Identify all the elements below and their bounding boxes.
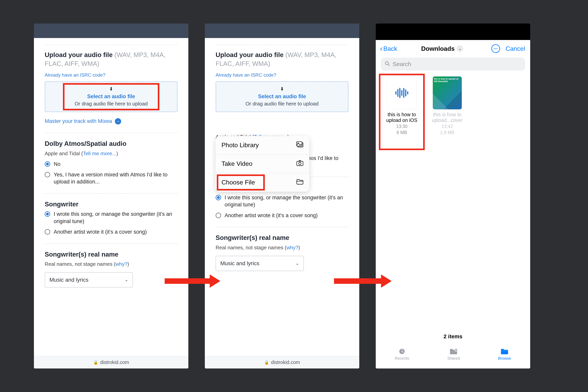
app-header [205, 24, 359, 38]
realname-caption: Real names, not stage names (why?) [45, 261, 178, 268]
browser-footer: 🔒 distrokid.com [205, 356, 359, 368]
credit-type-value: Music and lyrics [50, 276, 88, 284]
chevron-down-icon: ⌄ [456, 45, 463, 52]
realname-heading: Songwriter(s) real name [45, 250, 178, 259]
chevron-down-icon: ⌄ [296, 260, 299, 266]
tell-me-more-link[interactable]: Tell me more... [83, 150, 116, 156]
photo-library-icon [296, 141, 304, 150]
folder-icon [296, 178, 304, 187]
realname-heading: Songwriter(s) real name [216, 234, 348, 242]
domain-label: distrokid.com [100, 360, 129, 365]
songwriter-cover-label: Another artist wrote it (it's a cover so… [224, 212, 318, 219]
svg-point-10 [456, 349, 456, 350]
audio-dropzone[interactable]: ⬇ Select an audio file Or drag audio fil… [216, 81, 348, 112]
choose-file-option[interactable]: Choose File [216, 173, 309, 192]
dolby-caption: Apple and Tidal (Tell me more...) [45, 150, 178, 157]
drag-hint: Or drag audio file here to upload [218, 100, 346, 107]
credit-type-select[interactable]: Music and lyrics ⌄ [45, 272, 133, 288]
dolby-no-label: No [54, 160, 60, 168]
songwriter-cover-label: Another artist wrote it (it's a cover so… [54, 228, 147, 236]
picker-nav: ‹ Back Downloads ⌄ ••• Cancel [376, 40, 530, 56]
realname-caption: Real names, not stage names (why?) [216, 244, 348, 251]
file-size: 6 MB [384, 130, 420, 135]
take-video-option[interactable]: Take Video [216, 155, 309, 173]
tab-shared[interactable]: Shared [447, 348, 460, 361]
songwriter-heading: Songwriter [45, 200, 178, 209]
app-header [34, 24, 188, 38]
isrc-link[interactable]: Already have an ISRC code? [216, 72, 276, 78]
camera-icon [296, 159, 304, 168]
svg-rect-3 [297, 161, 303, 166]
select-audio-link[interactable]: Select an audio file [47, 93, 175, 100]
drag-hint: Or drag audio file here to upload [47, 100, 175, 107]
arrow-right-icon: → [115, 118, 121, 124]
file-name: this is how to upload...cover [429, 112, 466, 123]
songwriter-original-radio[interactable] [216, 195, 221, 200]
lock-icon: 🔒 [264, 360, 269, 365]
isrc-link[interactable]: Already have an ISRC code? [45, 72, 106, 78]
download-icon: ⬇ [218, 86, 346, 92]
folder-icon [500, 348, 509, 355]
file-item-audio[interactable]: this is how to upload on iOS 13:30 6 MB [384, 76, 420, 135]
file-time: 13:42 [429, 124, 466, 129]
cancel-button[interactable]: Cancel [506, 45, 525, 52]
domain-label: distrokid.com [271, 360, 300, 365]
thumbnail-overlay-text: this is how to upload on iOS DemoKid [434, 78, 462, 83]
search-input[interactable]: Search [381, 58, 525, 70]
tab-browse[interactable]: Browse [498, 348, 511, 361]
credit-type-select[interactable]: Music and lyrics ⌄ [216, 256, 304, 271]
lock-icon: 🔒 [93, 360, 98, 365]
songwriter-original-label: I wrote this song, or manage the songwri… [224, 194, 348, 208]
clock-icon [398, 348, 406, 355]
why-link[interactable]: why? [116, 261, 128, 267]
status-bar [376, 24, 530, 40]
items-count: 2 items [376, 334, 530, 340]
flow-arrow [165, 278, 220, 284]
file-size: 1.9 MB [429, 130, 466, 135]
svg-rect-11 [501, 351, 508, 351]
audio-dropzone[interactable]: ⬇ Select an audio file Or drag audio fil… [45, 81, 178, 112]
shared-folder-icon [449, 348, 458, 355]
search-icon [385, 61, 390, 68]
why-link[interactable]: why? [286, 244, 298, 250]
audio-file-icon [387, 76, 416, 109]
chevron-down-icon: ⌄ [125, 277, 128, 283]
image-thumbnail: this is how to upload on iOS DemoKid [433, 76, 462, 109]
svg-line-7 [388, 64, 390, 66]
credit-type-value: Music and lyrics [220, 260, 259, 267]
more-options-button[interactable]: ••• [491, 44, 500, 53]
picker-tabbar: Recents Shared Browse [376, 346, 530, 361]
download-icon: ⬇ [47, 86, 175, 92]
flow-arrow [334, 278, 392, 284]
songwriter-cover-radio[interactable] [45, 229, 50, 234]
file-picker-sheet: ‹ Back Downloads ⌄ ••• Cancel Search [376, 40, 530, 368]
file-item-image[interactable]: this is how to upload on iOS DemoKid thi… [429, 76, 466, 135]
dolby-no-radio[interactable] [45, 161, 50, 167]
upload-heading: Upload your audio file (WAV, MP3, M4A, F… [216, 50, 348, 68]
songwriter-original-label: I wrote this song, or manage the songwri… [54, 210, 178, 225]
mixea-link[interactable]: Master your track with Mixea → [45, 118, 121, 125]
songwriter-cover-radio[interactable] [216, 213, 221, 218]
dolby-yes-label: Yes, I have a version mixed with Atmos I… [54, 171, 178, 186]
dolby-heading: Dolby Atmos/Spatial audio [45, 139, 178, 148]
picker-title[interactable]: Downloads ⌄ [421, 45, 463, 52]
screenshot-step-3: ‹ Back Downloads ⌄ ••• Cancel Search [376, 24, 530, 368]
ios-action-sheet: Photo Library Take Video Choose File [216, 136, 309, 192]
songwriter-original-radio[interactable] [45, 211, 50, 217]
screenshot-step-1: Upload your audio file (WAV, MP3, M4A, F… [34, 24, 188, 368]
chevron-left-icon: ‹ [380, 44, 382, 53]
browser-footer: 🔒 distrokid.com [34, 356, 188, 368]
search-placeholder: Search [392, 61, 411, 68]
upload-heading: Upload your audio file (WAV, MP3, M4A, F… [45, 50, 178, 68]
back-button[interactable]: ‹ Back [380, 44, 397, 53]
file-time: 13:30 [384, 124, 420, 129]
screenshot-step-2: Upload your audio file (WAV, MP3, M4A, F… [205, 24, 359, 368]
tab-recents[interactable]: Recents [395, 348, 409, 361]
dolby-yes-radio[interactable] [45, 172, 50, 178]
file-name: this is how to upload on iOS [384, 112, 420, 123]
svg-point-4 [299, 162, 301, 165]
select-audio-link[interactable]: Select an audio file [218, 93, 346, 100]
photo-library-option[interactable]: Photo Library [216, 136, 309, 155]
